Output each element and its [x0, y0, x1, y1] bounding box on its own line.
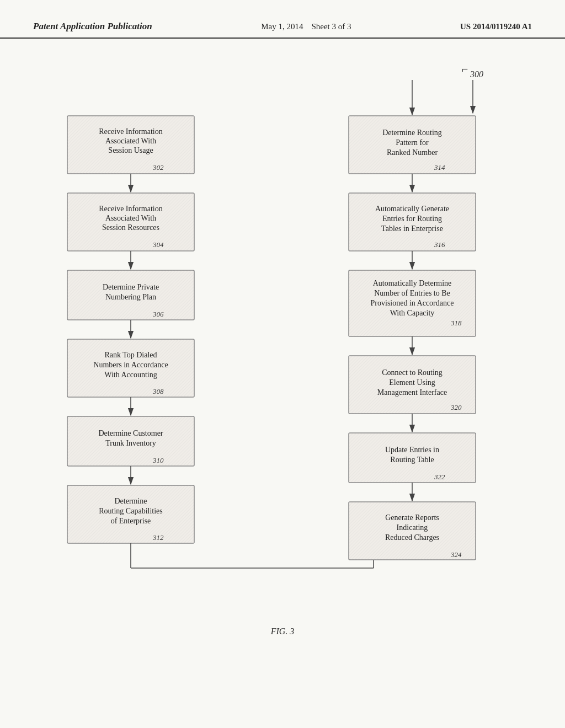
- svg-text:316: 316: [434, 240, 445, 249]
- diagram-area: 300 ⌐ Receive Information Associated Wit…: [0, 39, 565, 678]
- svg-text:302: 302: [152, 163, 164, 172]
- flowchart-svg: 300 ⌐ Receive Information Associated Wit…: [34, 50, 531, 656]
- svg-text:300: 300: [470, 69, 483, 79]
- svg-text:Session Usage: Session Usage: [108, 146, 153, 154]
- svg-text:Automatically Determine: Automatically Determine: [373, 279, 452, 287]
- publication-date: May 1, 2014: [261, 22, 303, 31]
- svg-text:324: 324: [450, 550, 462, 559]
- svg-text:Entries for Routing: Entries for Routing: [382, 215, 442, 223]
- svg-text:Determine Private: Determine Private: [103, 283, 159, 291]
- svg-text:306: 306: [152, 310, 164, 318]
- svg-text:Routing Table: Routing Table: [390, 456, 434, 464]
- svg-text:320: 320: [450, 403, 462, 411]
- svg-text:322: 322: [434, 473, 445, 481]
- svg-text:Rank Top Dialed: Rank Top Dialed: [104, 351, 157, 359]
- svg-text:304: 304: [152, 240, 164, 249]
- svg-text:Tables in Enterprise: Tables in Enterprise: [381, 224, 443, 233]
- svg-text:314: 314: [434, 163, 445, 172]
- page-header: Patent Application Publication May 1, 20…: [0, 0, 565, 39]
- svg-text:Session Resources: Session Resources: [102, 223, 159, 232]
- svg-text:312: 312: [152, 533, 164, 542]
- svg-text:Element Using: Element Using: [389, 378, 435, 387]
- svg-text:310: 310: [152, 456, 164, 464]
- svg-text:With Capacity: With Capacity: [390, 309, 435, 317]
- svg-text:Numbering Plan: Numbering Plan: [105, 293, 156, 301]
- svg-text:Numbers in Accordance: Numbers in Accordance: [93, 361, 168, 369]
- svg-text:Reduced Charges: Reduced Charges: [385, 533, 439, 542]
- svg-text:Automatically Generate: Automatically Generate: [375, 205, 449, 213]
- svg-text:Determine Customer: Determine Customer: [98, 429, 163, 437]
- header-center: May 1, 2014 Sheet 3 of 3: [261, 22, 351, 31]
- page: Patent Application Publication May 1, 20…: [0, 0, 565, 728]
- patent-number: US 2014/0119240 A1: [460, 22, 532, 31]
- svg-text:Receive Information: Receive Information: [99, 127, 162, 136]
- svg-text:Generate Reports: Generate Reports: [385, 513, 439, 522]
- publication-title: Patent Application Publication: [33, 21, 152, 32]
- svg-text:With Accounting: With Accounting: [104, 371, 157, 379]
- svg-text:Pattern for: Pattern for: [396, 138, 429, 147]
- svg-text:Determine Routing: Determine Routing: [382, 129, 442, 137]
- svg-text:FIG. 3: FIG. 3: [270, 627, 295, 636]
- svg-text:Trunk Inventory: Trunk Inventory: [105, 439, 156, 447]
- svg-text:Ranked Number: Ranked Number: [387, 148, 438, 157]
- svg-text:Update Entries in: Update Entries in: [385, 446, 439, 454]
- svg-text:Associated With: Associated With: [105, 214, 156, 222]
- svg-text:Receive Information: Receive Information: [99, 205, 162, 213]
- svg-text:Provisioned in Accordance: Provisioned in Accordance: [371, 299, 454, 307]
- svg-text:Routing Capabilities: Routing Capabilities: [99, 507, 163, 515]
- svg-text:Determine: Determine: [114, 497, 147, 505]
- svg-text:308: 308: [152, 387, 164, 395]
- svg-text:318: 318: [450, 319, 462, 327]
- svg-text:Number of Entries to Be: Number of Entries to Be: [374, 289, 450, 297]
- svg-text:Connect to Routing: Connect to Routing: [382, 368, 443, 377]
- svg-text:Associated With: Associated With: [105, 137, 156, 145]
- svg-text:Management Interface: Management Interface: [377, 388, 447, 397]
- svg-text:of Enterprise: of Enterprise: [111, 517, 151, 525]
- svg-text:Indicating: Indicating: [397, 523, 428, 532]
- svg-text:⌐: ⌐: [462, 63, 468, 75]
- sheet-info: Sheet 3 of 3: [311, 22, 351, 31]
